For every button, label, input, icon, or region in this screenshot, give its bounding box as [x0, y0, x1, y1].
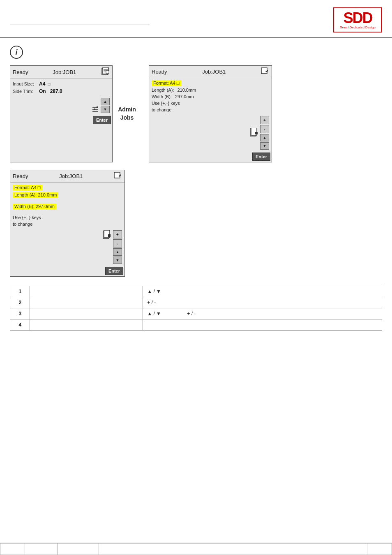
screen1-up-btn[interactable]: ▲ [101, 98, 110, 105]
screen2-controls: + - ▲ ▼ [149, 114, 272, 151]
screen1-enter-btn[interactable]: Enter [93, 116, 111, 124]
screen1-adjust-icon [92, 106, 99, 113]
edit-icon-2 [114, 172, 122, 179]
table-row-4-action [143, 319, 382, 331]
sdd-logo: SDD Smart Dedicated Design [333, 7, 382, 32]
screen3-paper-icon [102, 230, 111, 264]
screen2-icon [261, 67, 269, 76]
screen2-minus-btn[interactable]: - [260, 125, 269, 133]
screen1-body: Input Size: A4 □ Side Trim: On 287.0 [10, 79, 112, 96]
svg-rect-15 [255, 132, 258, 134]
screen3-length: Length (A): 210.0mm [13, 192, 58, 198]
screens-first-row: Ready Job:JOB1 [10, 65, 382, 162]
screen2-length-value: 210.0mm [177, 88, 196, 92]
table-row-4: 4 [10, 319, 382, 331]
screen1-down-btn[interactable]: ▼ [101, 106, 110, 113]
screen1-input-size-row: Input Size: A4 □ [13, 81, 110, 87]
screen3-body: Format: A4 □ Length (A): 210.0mm Width (… [10, 183, 125, 229]
paper-icon [249, 128, 258, 138]
screen2-plus-btn[interactable]: + [260, 116, 269, 124]
screen2-down-btn[interactable]: ▼ [260, 142, 269, 150]
main-content: i Ready Job:JOB1 [0, 38, 392, 428]
screen2-format-row: Format: A4 □ [152, 80, 269, 86]
header-line2 [10, 27, 92, 34]
screen3-enter-btn[interactable]: Enter [105, 267, 123, 275]
bottom-bar [0, 543, 392, 555]
admin-label: Admin [118, 106, 136, 114]
header-left [10, 17, 150, 34]
screen2-job: Job:JOB1 [202, 69, 226, 75]
svg-rect-11 [261, 68, 267, 74]
screens-second-row: Ready Job:JOB1 Format: A4 □ Length (A [10, 170, 382, 277]
screen2-up-btn[interactable]: ▲ [260, 134, 269, 141]
svg-rect-5 [106, 71, 109, 74]
svg-line-12 [265, 72, 266, 72]
screen2-body: Format: A4 □ Length (A): 210.0mm Width (… [149, 78, 272, 114]
table-row-4-desc [30, 319, 143, 331]
table-row-3-num: 3 [10, 308, 30, 319]
table-row-1-desc [30, 286, 143, 297]
screen2-width-value: 297.0mm [175, 94, 194, 99]
screen1-job: Job:JOB1 [53, 69, 76, 75]
screen3-width: Width (B): 297.0mm [13, 204, 56, 209]
screen3-hint2-row: to change [13, 221, 122, 227]
screen3-status: Ready [13, 173, 28, 179]
table-row-4-num: 4 [10, 319, 30, 331]
screen1-arrows[interactable]: ▲ ▼ [101, 98, 110, 113]
logo-letters: SDD [344, 11, 372, 25]
edit-icon [261, 67, 269, 75]
table-row-2-desc [30, 297, 143, 308]
screen2-status: Ready [152, 69, 167, 75]
screen2-header: Ready Job:JOB1 [149, 66, 272, 78]
screen2-paper-icon [249, 116, 258, 150]
table-row-1-action: ▲ / ▼ [143, 286, 382, 297]
table-row-1-num: 1 [10, 286, 30, 297]
screen2-format: Format: A4 □ [152, 80, 181, 86]
screen2-width-row: Width (B): 297.0mm [152, 94, 269, 99]
screen-panel-2: Ready Job:JOB1 Format: A4 □ [149, 65, 272, 162]
svg-rect-19 [108, 234, 111, 237]
bottom-col-2 [25, 543, 58, 555]
table-row-3: 3 ▲ / ▼ + / - [10, 308, 382, 319]
screen-panel-3: Ready Job:JOB1 Format: A4 □ Length (A [10, 170, 125, 277]
screen3-up-btn[interactable]: ▲ [113, 248, 122, 256]
screen3-spacer2 [13, 210, 122, 214]
screen2-width: Width (B): [152, 94, 172, 99]
screen1-side-trim-label: Side Trim: [13, 89, 37, 94]
screen3-hint-row: Use {+,-} keys [13, 215, 122, 220]
screen2-length: Length (A): [152, 88, 174, 92]
screen3-spacer1 [13, 199, 122, 202]
info-icon: i [10, 46, 23, 59]
screen3-job: Job:JOB1 [59, 173, 83, 179]
table-row-2: 2 + / - [10, 297, 382, 308]
screen1-header: Ready Job:JOB1 [10, 66, 112, 79]
table-row-1: 1 ▲ / ▼ [10, 286, 382, 297]
screen3-right-btns: + - ▲ ▼ [113, 230, 122, 264]
screen3-length-row: Length (A): 210.0mm [13, 192, 122, 198]
screen1-side-trim-row: Side Trim: On 287.0 [13, 88, 110, 95]
svg-rect-16 [114, 172, 120, 178]
screen2-hint-row: Use {+,-} keys [152, 100, 269, 106]
svg-rect-10 [94, 109, 95, 110]
bottom-table [0, 543, 392, 555]
stacked-pages-icon [101, 67, 110, 76]
screen3-format-row: Format: A4 □ [13, 184, 122, 191]
paper-icon-2 [102, 230, 111, 240]
adjust-icon [92, 106, 99, 113]
screen1-trim-value: 287.0 [50, 88, 62, 94]
svg-rect-9 [97, 106, 98, 108]
screen-panel-1: Ready Job:JOB1 [10, 65, 113, 162]
screen3-down-btn[interactable]: ▼ [113, 257, 122, 264]
screen1-footer: Enter [10, 115, 112, 125]
screen3-plus-btn[interactable]: + [113, 230, 122, 238]
screen2-length-row: Length (A): 210.0mm [152, 87, 269, 93]
screen1-a4-icon: □ [48, 82, 50, 86]
jobs-label: Jobs [120, 114, 134, 122]
screen2-enter-btn[interactable]: Enter [252, 153, 270, 161]
screen2-right-btns: + - ▲ ▼ [260, 116, 269, 150]
bottom-col-1 [0, 543, 25, 555]
page-header: SDD Smart Dedicated Design [0, 0, 392, 38]
screen3-minus-btn[interactable]: - [113, 239, 122, 247]
screen1-status: Ready [13, 69, 28, 75]
table-row-3-desc [30, 308, 143, 319]
